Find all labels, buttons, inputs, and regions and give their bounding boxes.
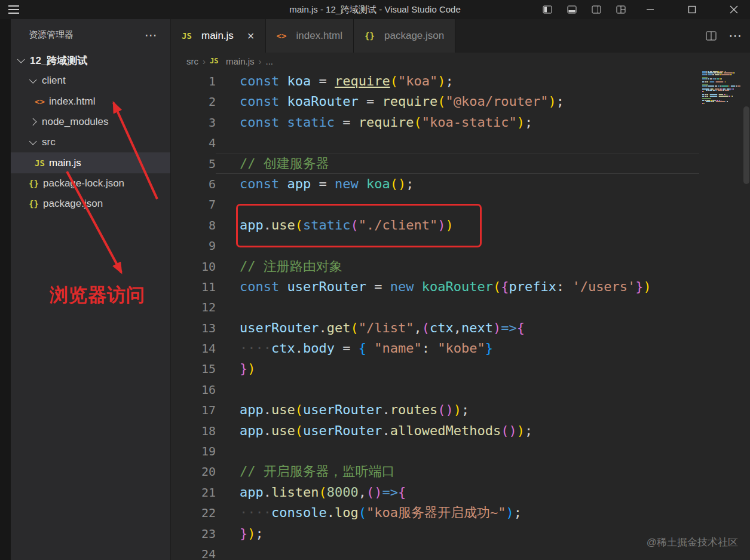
line-number: 24 bbox=[171, 544, 216, 560]
code-line[interactable]: 10// 注册路由对象 bbox=[171, 256, 750, 277]
tree-item-src[interactable]: src bbox=[11, 132, 170, 152]
annotation-text: 浏览器访问 bbox=[50, 283, 145, 308]
code-line[interactable]: 5// 创建服务器 bbox=[171, 154, 750, 174]
code-lines: 1const koa = require("koa");2const koaRo… bbox=[171, 71, 750, 560]
code-text: app.use(userRouter.allowedMethods()); bbox=[216, 421, 532, 441]
tab-label: main.js bbox=[201, 30, 234, 42]
code-line[interactable]: 17app.use(userRouter.routes()); bbox=[171, 400, 750, 420]
code-line[interactable]: 15}) bbox=[171, 359, 750, 379]
breadcrumb-item[interactable]: main.js bbox=[226, 56, 255, 66]
tab-label: index.html bbox=[296, 30, 342, 42]
code-text bbox=[216, 544, 240, 560]
code-line[interactable]: 14····ctx.body = { "name": "kobe"} bbox=[171, 338, 750, 359]
code-text: app.listen(8000,()=>{ bbox=[216, 482, 406, 503]
line-number: 21 bbox=[171, 482, 216, 503]
activity-bar[interactable] bbox=[0, 19, 11, 560]
toggle-secondary-sidebar-icon[interactable] bbox=[592, 5, 601, 14]
json-file-icon: {} bbox=[29, 179, 43, 188]
toggle-sidebar-icon[interactable] bbox=[543, 5, 552, 14]
chevron-down-icon bbox=[29, 137, 37, 145]
explorer-header: 资源管理器 ⋯ bbox=[11, 19, 170, 50]
breadcrumb-item[interactable]: src bbox=[186, 56, 198, 66]
code-text: app.use(userRouter.routes()); bbox=[216, 400, 469, 420]
line-number: 8 bbox=[171, 215, 216, 235]
title-bar: main.js - 12_跨域测试 - Visual Studio Code bbox=[0, 0, 750, 19]
window-title: main.js - 12_跨域测试 - Visual Studio Code bbox=[289, 4, 461, 16]
code-text: const koaRouter = require("@koa/router")… bbox=[216, 91, 564, 112]
split-editor-icon[interactable] bbox=[706, 31, 717, 41]
tab-package.json[interactable]: {}package.json bbox=[354, 19, 455, 53]
toggle-panel-icon[interactable] bbox=[567, 5, 577, 14]
code-line[interactable]: 4 bbox=[171, 133, 750, 153]
code-line[interactable]: 11const userRouter = new koaRouter({pref… bbox=[171, 277, 750, 297]
code-line[interactable]: 12 bbox=[171, 297, 750, 317]
minimap[interactable] bbox=[702, 71, 740, 105]
line-number: 20 bbox=[171, 461, 216, 482]
line-number: 19 bbox=[171, 441, 216, 461]
tree-item-label: client bbox=[42, 75, 66, 87]
tree-item-package-lock.json[interactable]: {}package-lock.json bbox=[11, 173, 170, 194]
code-line[interactable]: 19 bbox=[171, 441, 750, 461]
code-text: }) bbox=[216, 359, 256, 379]
code-text: const koa = require("koa"); bbox=[216, 71, 454, 91]
tree-item-label: src bbox=[42, 136, 56, 148]
tree-item-label: package.json bbox=[43, 198, 103, 210]
code-line[interactable]: 20// 开启服务器，监听端口 bbox=[171, 461, 750, 482]
tree-item-package.json[interactable]: {}package.json bbox=[11, 194, 170, 214]
code-line[interactable]: 21app.listen(8000,()=>{ bbox=[171, 482, 750, 503]
close-icon[interactable] bbox=[730, 5, 738, 14]
line-number: 16 bbox=[171, 380, 216, 400]
code-text bbox=[216, 380, 240, 400]
chevron-down-icon bbox=[17, 56, 25, 63]
vscode-window: main.js - 12_跨域测试 - Visual Studio Code bbox=[0, 0, 750, 560]
minimize-icon[interactable] bbox=[646, 5, 654, 14]
more-actions-icon[interactable]: ⋯ bbox=[728, 28, 742, 44]
customize-layout-icon[interactable] bbox=[616, 5, 626, 14]
line-number: 11 bbox=[171, 277, 216, 297]
menu-icon[interactable] bbox=[8, 5, 19, 14]
code-line[interactable]: 1const koa = require("koa"); bbox=[171, 71, 750, 91]
tab-bar: JSmain.js×<>index.html{}package.json ⋯ bbox=[171, 19, 750, 53]
line-number: 12 bbox=[171, 297, 216, 317]
code-text bbox=[216, 297, 240, 317]
tab-index.html[interactable]: <>index.html bbox=[266, 19, 354, 53]
tab-main.js[interactable]: JSmain.js× bbox=[171, 19, 266, 53]
breadcrumb-item[interactable]: ... bbox=[266, 56, 274, 66]
code-text: // 开启服务器，监听端口 bbox=[216, 461, 395, 482]
html-file-icon: <> bbox=[35, 97, 49, 106]
line-number: 2 bbox=[171, 91, 216, 112]
code-line[interactable]: 3const static = require("koa-static"); bbox=[171, 112, 750, 133]
tree-item-index.html[interactable]: <>index.html bbox=[11, 91, 170, 112]
explorer-title: 资源管理器 bbox=[29, 29, 74, 41]
line-number: 10 bbox=[171, 256, 216, 277]
tree-item-main.js[interactable]: JSmain.js bbox=[11, 152, 170, 173]
code-line[interactable]: 22····console.log("koa服务器开启成功~"); bbox=[171, 503, 750, 523]
tree-item-node_modules[interactable]: node_modules bbox=[11, 112, 170, 132]
line-number: 13 bbox=[171, 318, 216, 338]
layout-controls bbox=[543, 5, 626, 14]
tree-item-12_跨域测试[interactable]: 12_跨域测试 bbox=[11, 50, 170, 71]
chevron-separator-icon: › bbox=[203, 56, 206, 66]
window-buttons bbox=[646, 5, 738, 14]
maximize-icon[interactable] bbox=[688, 5, 696, 14]
js-file-icon: JS bbox=[210, 57, 222, 65]
code-line[interactable]: 18app.use(userRouter.allowedMethods()); bbox=[171, 421, 750, 441]
tree-item-label: index.html bbox=[49, 96, 95, 108]
code-line[interactable]: 16 bbox=[171, 380, 750, 400]
tree-item-client[interactable]: client bbox=[11, 71, 170, 91]
code-line[interactable]: 2const koaRouter = require("@koa/router"… bbox=[171, 91, 750, 112]
line-number: 17 bbox=[171, 400, 216, 420]
more-actions-icon[interactable]: ⋯ bbox=[145, 29, 157, 41]
line-number: 15 bbox=[171, 359, 216, 379]
line-number: 5 bbox=[171, 154, 216, 174]
code-text: // 创建服务器 bbox=[216, 154, 329, 174]
breadcrumb: src›JSmain.js›... bbox=[171, 53, 750, 69]
file-tree: 12_跨域测试client<>index.htmlnode_modulessrc… bbox=[11, 50, 170, 214]
code-line[interactable]: 6const app = new koa(); bbox=[171, 174, 750, 194]
code-text bbox=[216, 441, 240, 461]
code-editor[interactable]: 1const koa = require("koa");2const koaRo… bbox=[171, 69, 750, 560]
line-number: 23 bbox=[171, 524, 216, 544]
close-tab-icon[interactable]: × bbox=[247, 29, 255, 43]
scrollbar-thumb[interactable] bbox=[743, 106, 749, 184]
code-line[interactable]: 13userRouter.get("/list",(ctx,next)=>{ bbox=[171, 318, 750, 338]
